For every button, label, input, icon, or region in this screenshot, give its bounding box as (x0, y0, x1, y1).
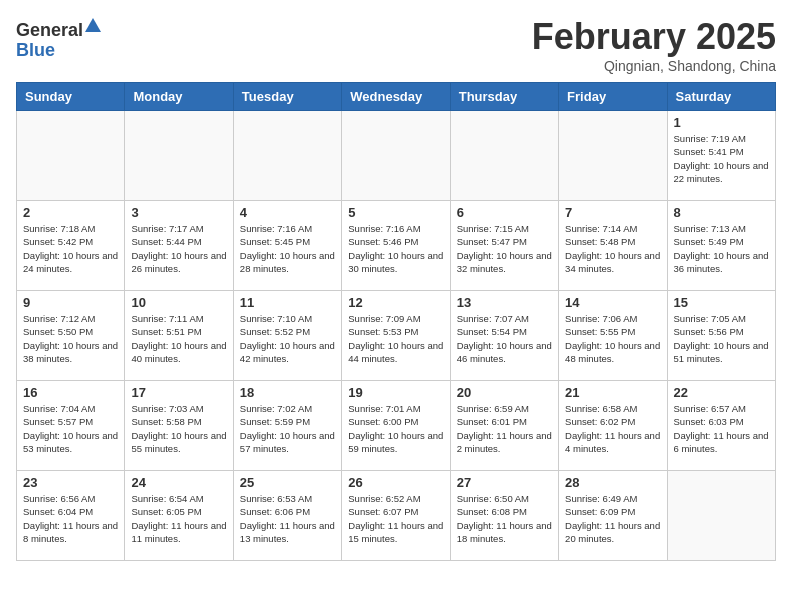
day-number: 7 (565, 205, 660, 220)
day-cell (125, 111, 233, 201)
day-number: 27 (457, 475, 552, 490)
day-info: Sunrise: 7:07 AM Sunset: 5:54 PM Dayligh… (457, 312, 552, 365)
day-cell: 13Sunrise: 7:07 AM Sunset: 5:54 PM Dayli… (450, 291, 558, 381)
day-cell (342, 111, 450, 201)
day-info: Sunrise: 7:04 AM Sunset: 5:57 PM Dayligh… (23, 402, 118, 455)
day-number: 5 (348, 205, 443, 220)
day-info: Sunrise: 6:50 AM Sunset: 6:08 PM Dayligh… (457, 492, 552, 545)
day-info: Sunrise: 6:59 AM Sunset: 6:01 PM Dayligh… (457, 402, 552, 455)
week-row-4: 16Sunrise: 7:04 AM Sunset: 5:57 PM Dayli… (17, 381, 776, 471)
day-cell: 11Sunrise: 7:10 AM Sunset: 5:52 PM Dayli… (233, 291, 341, 381)
day-cell: 15Sunrise: 7:05 AM Sunset: 5:56 PM Dayli… (667, 291, 775, 381)
day-number: 17 (131, 385, 226, 400)
day-cell: 21Sunrise: 6:58 AM Sunset: 6:02 PM Dayli… (559, 381, 667, 471)
day-number: 10 (131, 295, 226, 310)
day-info: Sunrise: 7:09 AM Sunset: 5:53 PM Dayligh… (348, 312, 443, 365)
logo: General Blue (16, 16, 103, 61)
day-cell: 27Sunrise: 6:50 AM Sunset: 6:08 PM Dayli… (450, 471, 558, 561)
day-number: 12 (348, 295, 443, 310)
day-cell (667, 471, 775, 561)
svg-marker-0 (85, 18, 101, 32)
day-cell: 12Sunrise: 7:09 AM Sunset: 5:53 PM Dayli… (342, 291, 450, 381)
day-cell (559, 111, 667, 201)
day-cell: 8Sunrise: 7:13 AM Sunset: 5:49 PM Daylig… (667, 201, 775, 291)
day-number: 15 (674, 295, 769, 310)
day-info: Sunrise: 7:10 AM Sunset: 5:52 PM Dayligh… (240, 312, 335, 365)
logo-blue-text: Blue (16, 40, 55, 60)
day-cell: 6Sunrise: 7:15 AM Sunset: 5:47 PM Daylig… (450, 201, 558, 291)
day-number: 16 (23, 385, 118, 400)
weekday-header-saturday: Saturday (667, 83, 775, 111)
day-number: 3 (131, 205, 226, 220)
day-cell: 28Sunrise: 6:49 AM Sunset: 6:09 PM Dayli… (559, 471, 667, 561)
logo-icon (83, 16, 103, 36)
day-info: Sunrise: 6:58 AM Sunset: 6:02 PM Dayligh… (565, 402, 660, 455)
day-info: Sunrise: 7:12 AM Sunset: 5:50 PM Dayligh… (23, 312, 118, 365)
day-info: Sunrise: 7:03 AM Sunset: 5:58 PM Dayligh… (131, 402, 226, 455)
day-number: 1 (674, 115, 769, 130)
day-number: 22 (674, 385, 769, 400)
day-number: 8 (674, 205, 769, 220)
day-cell (450, 111, 558, 201)
day-info: Sunrise: 6:49 AM Sunset: 6:09 PM Dayligh… (565, 492, 660, 545)
day-cell: 2Sunrise: 7:18 AM Sunset: 5:42 PM Daylig… (17, 201, 125, 291)
day-info: Sunrise: 6:52 AM Sunset: 6:07 PM Dayligh… (348, 492, 443, 545)
day-number: 23 (23, 475, 118, 490)
day-info: Sunrise: 6:54 AM Sunset: 6:05 PM Dayligh… (131, 492, 226, 545)
day-number: 9 (23, 295, 118, 310)
day-info: Sunrise: 7:16 AM Sunset: 5:46 PM Dayligh… (348, 222, 443, 275)
weekday-header-friday: Friday (559, 83, 667, 111)
day-number: 20 (457, 385, 552, 400)
day-number: 24 (131, 475, 226, 490)
day-cell: 9Sunrise: 7:12 AM Sunset: 5:50 PM Daylig… (17, 291, 125, 381)
day-info: Sunrise: 7:14 AM Sunset: 5:48 PM Dayligh… (565, 222, 660, 275)
day-cell (17, 111, 125, 201)
day-number: 14 (565, 295, 660, 310)
weekday-header-thursday: Thursday (450, 83, 558, 111)
day-cell: 18Sunrise: 7:02 AM Sunset: 5:59 PM Dayli… (233, 381, 341, 471)
day-cell: 5Sunrise: 7:16 AM Sunset: 5:46 PM Daylig… (342, 201, 450, 291)
day-cell (233, 111, 341, 201)
day-cell: 24Sunrise: 6:54 AM Sunset: 6:05 PM Dayli… (125, 471, 233, 561)
day-info: Sunrise: 7:06 AM Sunset: 5:55 PM Dayligh… (565, 312, 660, 365)
day-cell: 25Sunrise: 6:53 AM Sunset: 6:06 PM Dayli… (233, 471, 341, 561)
day-info: Sunrise: 7:01 AM Sunset: 6:00 PM Dayligh… (348, 402, 443, 455)
day-number: 2 (23, 205, 118, 220)
weekday-header-row: SundayMondayTuesdayWednesdayThursdayFrid… (17, 83, 776, 111)
day-cell: 26Sunrise: 6:52 AM Sunset: 6:07 PM Dayli… (342, 471, 450, 561)
week-row-2: 2Sunrise: 7:18 AM Sunset: 5:42 PM Daylig… (17, 201, 776, 291)
page-header: General Blue February 2025 Qingnian, Sha… (16, 16, 776, 74)
day-cell: 22Sunrise: 6:57 AM Sunset: 6:03 PM Dayli… (667, 381, 775, 471)
day-number: 4 (240, 205, 335, 220)
day-number: 6 (457, 205, 552, 220)
week-row-5: 23Sunrise: 6:56 AM Sunset: 6:04 PM Dayli… (17, 471, 776, 561)
day-cell: 14Sunrise: 7:06 AM Sunset: 5:55 PM Dayli… (559, 291, 667, 381)
weekday-header-wednesday: Wednesday (342, 83, 450, 111)
weekday-header-tuesday: Tuesday (233, 83, 341, 111)
day-number: 28 (565, 475, 660, 490)
day-cell: 23Sunrise: 6:56 AM Sunset: 6:04 PM Dayli… (17, 471, 125, 561)
calendar-table: SundayMondayTuesdayWednesdayThursdayFrid… (16, 82, 776, 561)
day-info: Sunrise: 7:18 AM Sunset: 5:42 PM Dayligh… (23, 222, 118, 275)
day-cell: 7Sunrise: 7:14 AM Sunset: 5:48 PM Daylig… (559, 201, 667, 291)
day-cell: 3Sunrise: 7:17 AM Sunset: 5:44 PM Daylig… (125, 201, 233, 291)
day-cell: 19Sunrise: 7:01 AM Sunset: 6:00 PM Dayli… (342, 381, 450, 471)
day-info: Sunrise: 7:13 AM Sunset: 5:49 PM Dayligh… (674, 222, 769, 275)
day-cell: 10Sunrise: 7:11 AM Sunset: 5:51 PM Dayli… (125, 291, 233, 381)
week-row-3: 9Sunrise: 7:12 AM Sunset: 5:50 PM Daylig… (17, 291, 776, 381)
day-number: 26 (348, 475, 443, 490)
logo-general-text: General (16, 20, 83, 40)
day-number: 25 (240, 475, 335, 490)
day-info: Sunrise: 7:15 AM Sunset: 5:47 PM Dayligh… (457, 222, 552, 275)
day-number: 13 (457, 295, 552, 310)
day-info: Sunrise: 6:56 AM Sunset: 6:04 PM Dayligh… (23, 492, 118, 545)
week-row-1: 1Sunrise: 7:19 AM Sunset: 5:41 PM Daylig… (17, 111, 776, 201)
location: Qingnian, Shandong, China (532, 58, 776, 74)
day-info: Sunrise: 6:57 AM Sunset: 6:03 PM Dayligh… (674, 402, 769, 455)
day-info: Sunrise: 7:02 AM Sunset: 5:59 PM Dayligh… (240, 402, 335, 455)
day-info: Sunrise: 7:11 AM Sunset: 5:51 PM Dayligh… (131, 312, 226, 365)
day-info: Sunrise: 7:17 AM Sunset: 5:44 PM Dayligh… (131, 222, 226, 275)
day-number: 21 (565, 385, 660, 400)
day-info: Sunrise: 7:16 AM Sunset: 5:45 PM Dayligh… (240, 222, 335, 275)
day-cell: 4Sunrise: 7:16 AM Sunset: 5:45 PM Daylig… (233, 201, 341, 291)
